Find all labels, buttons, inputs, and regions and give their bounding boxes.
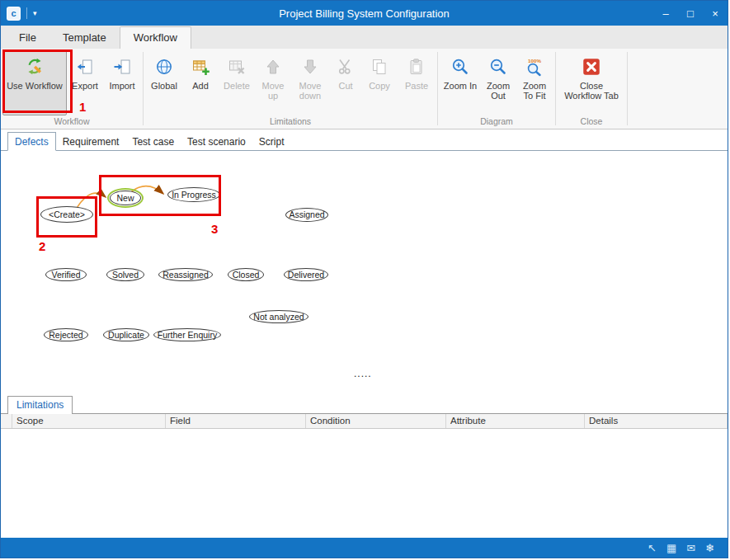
delete-table-icon <box>227 54 247 79</box>
workflow-tab-bar: Defects Requirement Test case Test scena… <box>1 129 728 151</box>
workflow-node[interactable]: Not analyzed <box>249 310 308 323</box>
tab-defects[interactable]: Defects <box>7 132 56 151</box>
workflow-node[interactable]: New <box>110 191 141 205</box>
tab-test-case[interactable]: Test case <box>125 133 181 150</box>
export-label: Export <box>72 81 98 91</box>
ribbon-group-limitations: Global Add <box>145 49 436 129</box>
clipboard-icon <box>407 54 426 79</box>
status-bar: ↖ ▦ ✉ ❄ <box>1 538 728 558</box>
ribbon-separator <box>627 52 628 125</box>
title-bar: c ▾ Project Billing System Configuration… <box>1 1 728 26</box>
select-tool-icon[interactable]: ↖ <box>648 543 657 553</box>
maximize-button[interactable]: □ <box>678 1 703 26</box>
zoom-out-label: Zoom Out <box>483 81 513 101</box>
workflow-canvas[interactable]: ..... <Create>NewIn ProgressAssignedVeri… <box>1 151 728 394</box>
zoom-to-fit-icon: 100% <box>525 54 544 79</box>
close-workflow-tab-label: Close Workflow Tab <box>560 81 623 101</box>
snowflake-icon[interactable]: ❄ <box>705 543 714 553</box>
close-tab-icon <box>581 54 602 79</box>
ribbon-group-label-diagram: Diagram <box>440 115 553 129</box>
workflow-node[interactable]: Duplicate <box>103 328 149 341</box>
copy-button: Copy <box>361 50 398 115</box>
delete-label: Delete <box>224 81 250 91</box>
move-up-label: Move up <box>258 81 288 101</box>
limitations-tab-bar: Limitations <box>1 394 728 414</box>
add-table-icon <box>191 54 210 79</box>
move-down-label: Move down <box>293 81 327 101</box>
add-label: Add <box>192 81 209 91</box>
column-header-scope[interactable]: Scope <box>12 414 166 428</box>
app-icon[interactable]: c <box>7 7 21 21</box>
close-button[interactable]: × <box>703 1 728 26</box>
workflow-node[interactable]: <Create> <box>40 206 93 223</box>
ribbon-separator <box>143 52 144 125</box>
app-window: c ▾ Project Billing System Configuration… <box>0 0 728 558</box>
ribbon-group-label-workflow: Workflow <box>2 115 141 129</box>
tab-requirement[interactable]: Requirement <box>56 133 126 150</box>
ribbon: Use Workflow Export <box>1 49 728 129</box>
paste-label: Paste <box>405 81 428 91</box>
workflow-node[interactable]: Verified <box>45 268 87 281</box>
move-down-button: Move down <box>290 50 330 115</box>
workflow-node[interactable]: Closed <box>228 268 264 281</box>
move-down-icon <box>300 54 320 79</box>
workflow-node[interactable]: Solved <box>106 268 144 281</box>
use-workflow-label: Use Workflow <box>7 81 63 91</box>
cut-label: Cut <box>338 81 352 91</box>
tab-workflow[interactable]: Workflow <box>120 26 191 49</box>
column-header-condition[interactable]: Condition <box>306 414 446 428</box>
paste-button: Paste <box>398 50 436 115</box>
minimize-button[interactable]: – <box>653 1 678 26</box>
workflow-node[interactable]: Delivered <box>284 268 328 281</box>
workflow-node[interactable]: Further Enquiry <box>153 328 221 341</box>
tab-script[interactable]: Script <box>252 133 291 150</box>
ribbon-group-workflow: Use Workflow Export <box>2 49 141 129</box>
column-header-field[interactable]: Field <box>166 414 306 428</box>
workflow-node[interactable]: Assigned <box>285 208 328 222</box>
titlebar-separator <box>26 7 27 19</box>
mail-icon[interactable]: ✉ <box>686 543 695 553</box>
tab-template[interactable]: Template <box>49 27 120 49</box>
copy-label: Copy <box>369 81 390 91</box>
import-icon <box>112 54 132 79</box>
globe-icon <box>154 54 174 79</box>
use-workflow-icon <box>24 54 45 79</box>
zoom-out-icon <box>488 54 508 79</box>
svg-text:100%: 100% <box>528 58 541 64</box>
use-workflow-button[interactable]: Use Workflow <box>2 50 67 115</box>
ribbon-separator <box>555 52 556 125</box>
zoom-to-fit-label: Zoom To Fit <box>518 81 551 101</box>
global-button[interactable]: Global <box>145 50 183 115</box>
import-label: Import <box>109 81 134 91</box>
tab-test-scenario[interactable]: Test scenario <box>181 133 252 150</box>
tab-file[interactable]: File <box>6 27 49 49</box>
ribbon-group-label-limitations: Limitations <box>145 115 436 129</box>
tab-limitations[interactable]: Limitations <box>7 396 73 414</box>
quick-access-dropdown-icon[interactable]: ▾ <box>33 9 37 17</box>
column-header-details[interactable]: Details <box>585 414 728 428</box>
ribbon-group-diagram: Zoom In Zoom Out 100% <box>440 49 553 129</box>
zoom-in-icon <box>450 54 470 79</box>
workflow-node[interactable]: In Progress <box>167 187 220 202</box>
grid-icon[interactable]: ▦ <box>666 543 676 553</box>
zoom-to-fit-button[interactable]: 100% Zoom To Fit <box>516 50 553 115</box>
column-header-attribute[interactable]: Attribute <box>446 414 585 428</box>
copy-icon <box>370 54 389 79</box>
scissors-icon <box>336 54 356 79</box>
add-button[interactable]: Add <box>183 50 218 115</box>
window-title: Project Billing System Configuration <box>1 7 728 20</box>
workflow-node[interactable]: Rejected <box>44 328 88 341</box>
import-button[interactable]: Import <box>103 50 141 115</box>
zoom-in-label: Zoom In <box>444 81 477 91</box>
ribbon-tab-bar: File Template Workflow <box>1 26 728 49</box>
ribbon-group-close: Close Workflow Tab Close <box>558 49 625 129</box>
zoom-in-button[interactable]: Zoom In <box>440 50 481 115</box>
delete-button: Delete <box>218 50 256 115</box>
cut-button: Cut <box>330 50 361 115</box>
zoom-out-button[interactable]: Zoom Out <box>481 50 516 115</box>
limitations-grid-body[interactable] <box>1 429 728 534</box>
row-selector-column-header <box>1 414 12 428</box>
workflow-node[interactable]: Reassigned <box>158 268 213 281</box>
close-workflow-tab-button[interactable]: Close Workflow Tab <box>558 50 625 115</box>
export-button[interactable]: Export <box>67 50 103 115</box>
